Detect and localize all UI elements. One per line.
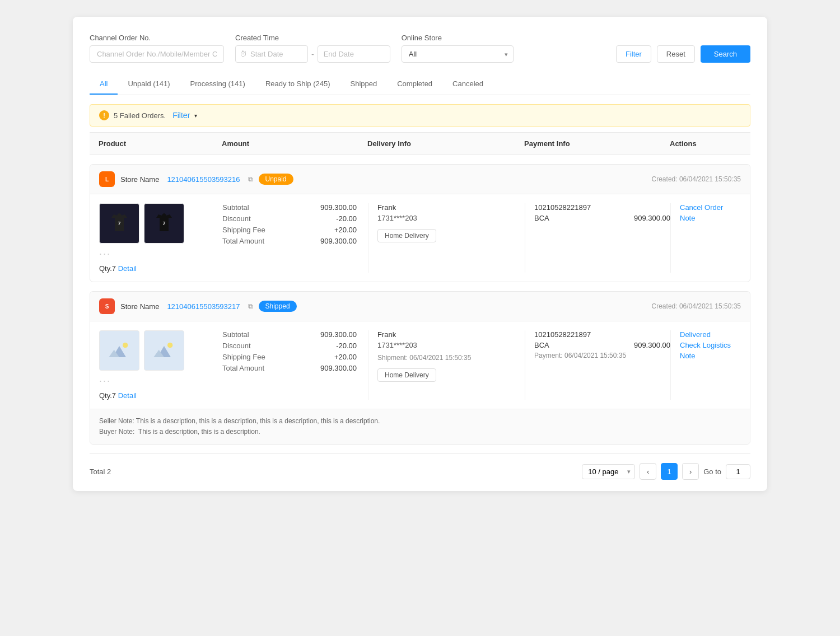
payment-account-1: 10210528221897: [534, 203, 670, 212]
svg-text:7: 7: [118, 221, 120, 226]
end-date-input[interactable]: [318, 45, 390, 63]
svg-point-13: [167, 343, 172, 348]
delivery-method-2: Home Delivery: [377, 368, 436, 382]
store-icon-shopee: S: [99, 298, 115, 314]
order-id-2[interactable]: 121040615503593217: [167, 302, 240, 311]
online-store-label: Online Store: [402, 34, 514, 42]
delivery-method-1: Home Delivery: [377, 229, 436, 242]
delivered-link[interactable]: Delivered: [680, 330, 741, 339]
payment-col-2: 10210528221897 BCA 909.300.00 Payment: 0…: [525, 330, 670, 400]
discount-value-2: -20.00: [336, 342, 357, 350]
amount-col-1: Subtotal 909.300.00 Discount -20.00 Ship…: [222, 203, 368, 273]
svg-point-9: [123, 343, 128, 348]
per-page-select[interactable]: 10 / page 20 / page 50 / page: [582, 464, 635, 479]
pagination-row: Total 2 10 / page 20 / page 50 / page ▾ …: [90, 453, 750, 480]
buyer-note: Buyer Note: This is a description, this …: [99, 427, 741, 437]
amount-row-subtotal-1: Subtotal 909.300.00: [222, 203, 368, 212]
tab-canceled[interactable]: Canceled: [442, 74, 493, 95]
svg-text:L: L: [105, 176, 109, 183]
online-store-group: Online Store All ▾: [402, 34, 514, 63]
amount-row-subtotal-2: Subtotal 909.300.00: [222, 330, 368, 339]
total-label: Total 2: [90, 467, 111, 476]
total-value-1: 909.300.00: [320, 237, 357, 245]
payment-col-1: 10210528221897 BCA 909.300.00: [525, 203, 670, 273]
actions-col-2: Delivered Check Logistics Note: [670, 330, 741, 400]
alert-filter-link[interactable]: Filter: [172, 111, 190, 120]
goto-input[interactable]: [726, 464, 750, 479]
amount-row-total-2: Total Amount 909.300.00: [222, 364, 368, 372]
tab-shipped[interactable]: Shipped: [340, 74, 388, 95]
detail-link-2[interactable]: Detail: [118, 391, 137, 400]
payment-bank-1: BCA: [534, 214, 549, 222]
shipping-label-1: Shipping Fee: [222, 226, 265, 234]
page-1-button[interactable]: 1: [661, 463, 678, 480]
discount-label-2: Discount: [222, 342, 251, 350]
amount-col-2: Subtotal 909.300.00 Discount -20.00 Ship…: [222, 330, 368, 400]
payment-amount-2: 909.300.00: [634, 341, 670, 349]
product-thumb-1b: 7: [144, 203, 184, 244]
filter-button[interactable]: Filter: [616, 45, 651, 63]
main-container: Channel Order No. Created Time ⏱ - Onlin…: [73, 17, 767, 491]
cancel-order-link[interactable]: Cancel Order: [680, 203, 741, 212]
subtotal-value-2: 909.300.00: [320, 330, 357, 339]
subtotal-label-2: Subtotal: [222, 330, 249, 339]
detail-link-1[interactable]: Detail: [118, 264, 137, 273]
product-images-2: [99, 330, 222, 371]
amount-row-discount-1: Discount -20.00: [222, 214, 368, 223]
created-time-group: Created Time ⏱ -: [235, 34, 390, 63]
created-time-label: Created Time: [235, 34, 390, 42]
product-col-1: 7 7 ··· Qty.7 Detail: [99, 203, 222, 273]
note-link-1[interactable]: Note: [680, 214, 741, 222]
prev-page-button[interactable]: ‹: [640, 463, 656, 480]
delivery-col-2: Frank 1731****203 Shipment: 06/04/2021 1…: [368, 330, 525, 400]
end-date-wrap: [318, 45, 390, 63]
col-header-payment: Payment Info: [524, 139, 670, 148]
order-id-1[interactable]: 121040615503593216: [167, 175, 240, 184]
col-header-amount: Amount: [222, 139, 367, 148]
copy-icon-2[interactable]: ⧉: [248, 302, 253, 310]
tab-unpaid[interactable]: Unpaid (141): [118, 74, 180, 95]
product-images-1: 7 7: [99, 203, 222, 244]
shipping-label-2: Shipping Fee: [222, 353, 265, 361]
delivery-shipment-2: Shipment: 06/04/2021 15:50:35: [377, 354, 525, 362]
store-name-1: Store Name: [120, 175, 159, 184]
table-header: Product Amount Delivery Info Payment Inf…: [90, 132, 750, 155]
pagination-controls: 10 / page 20 / page 50 / page ▾ ‹ 1 › Go…: [582, 463, 750, 480]
col-header-actions: Actions: [670, 139, 741, 148]
order-body-1: 7 7 ··· Qty.7 Detail: [90, 194, 750, 282]
status-badge-shipped: Shipped: [259, 301, 297, 312]
order-created-1: Created: 06/04/2021 15:50:35: [652, 175, 741, 183]
tab-completed[interactable]: Completed: [387, 74, 442, 95]
order-card-header-1: L Store Name 121040615503593216 ⧉ Unpaid…: [90, 165, 750, 194]
discount-label-1: Discount: [222, 214, 251, 223]
seller-note: Seller Note: This is a description, this…: [99, 416, 741, 427]
copy-icon-1[interactable]: ⧉: [248, 175, 253, 183]
alert-filter-chevron-icon: ▾: [194, 113, 197, 119]
check-logistics-link[interactable]: Check Logistics: [680, 341, 741, 349]
qty-detail-1: Qty.7 Detail: [99, 264, 222, 273]
filter-actions: Filter Reset Search: [616, 45, 750, 63]
order-notes-2: Seller Note: This is a description, this…: [90, 409, 750, 444]
orders-list: L Store Name 121040615503593216 ⧉ Unpaid…: [90, 164, 750, 445]
payment-bank-2: BCA: [534, 341, 549, 349]
next-page-button[interactable]: ›: [682, 463, 699, 480]
reset-button[interactable]: Reset: [657, 45, 695, 63]
delivery-name-1: Frank: [377, 203, 525, 212]
tab-ready-to-ship[interactable]: Ready to Ship (245): [255, 74, 340, 95]
search-button[interactable]: Search: [701, 45, 750, 63]
clock-icon: ⏱: [240, 50, 247, 58]
product-thumb-2a: [99, 330, 139, 371]
more-dots-1: ···: [99, 248, 222, 260]
total-label-2: Total Amount: [222, 364, 264, 372]
payment-bank-row-2: BCA 909.300.00: [534, 341, 670, 349]
tab-all[interactable]: All: [90, 74, 118, 95]
svg-text:S: S: [105, 303, 109, 310]
online-store-select[interactable]: All: [402, 45, 514, 63]
order-card-2: S Store Name 121040615503593217 ⧉ Shippe…: [90, 291, 750, 445]
amount-row-shipping-2: Shipping Fee +20.00: [222, 353, 368, 361]
status-badge-unpaid: Unpaid: [259, 174, 293, 185]
channel-order-input[interactable]: [90, 45, 224, 63]
product-thumb-2b: [144, 330, 184, 371]
tab-processing[interactable]: Processing (141): [180, 74, 255, 95]
note-link-2[interactable]: Note: [680, 352, 741, 360]
